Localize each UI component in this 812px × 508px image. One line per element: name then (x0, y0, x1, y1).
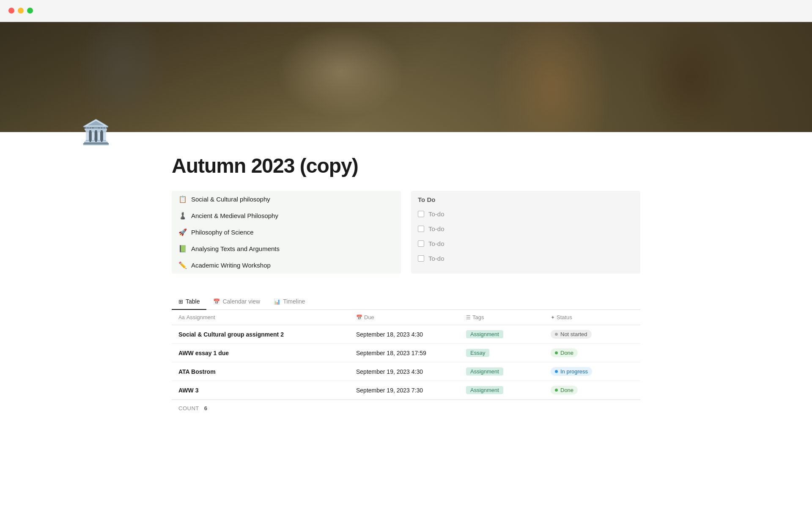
table-header-row: AaAssignment📅Due☰Tags✦Status (172, 310, 640, 325)
assignments-table: AaAssignment📅Due☰Tags✦Status Social & Cu… (172, 310, 640, 400)
cell-tag: Assignment (459, 381, 544, 400)
count-bar: COUNT 6 (172, 400, 640, 417)
course-icon: ✏️ (178, 261, 187, 269)
page-title: Autumn 2023 (copy) (172, 154, 640, 177)
cell-due: September 18, 2023 17:59 (349, 344, 459, 362)
todo-panel: To Do To-do To-do To-do To-do (411, 191, 640, 273)
cell-due: September 19, 2023 4:30 (349, 362, 459, 381)
todo-header: To Do (411, 191, 640, 207)
table-row[interactable]: AWW 3 September 19, 2023 7:30 Assignment… (172, 381, 640, 400)
course-icon: 🚀 (178, 228, 187, 236)
course-label: Analysing Texts and Arguments (191, 245, 280, 252)
window-controls (8, 8, 33, 14)
todo-label: To-do (428, 210, 444, 218)
overview-section: 📋 Social & Cultural philosophy♟️ Ancient… (172, 191, 640, 273)
todo-checkbox[interactable] (418, 226, 424, 232)
status-badge: Done (551, 348, 578, 357)
table-body: Social & Cultural group assignment 2 Sep… (172, 325, 640, 400)
todo-item[interactable]: To-do (411, 236, 640, 251)
cell-status: Done (544, 344, 640, 362)
course-label: Academic Writing Workshop (191, 262, 271, 269)
todo-item[interactable]: To-do (411, 221, 640, 236)
course-item[interactable]: 📋 Social & Cultural philosophy (172, 191, 401, 207)
course-icon: 📋 (178, 195, 187, 203)
count-label: COUNT (178, 405, 199, 411)
status-dot (555, 333, 558, 336)
hero-banner (0, 22, 812, 132)
cell-tag: Assignment (459, 362, 544, 381)
col-header-status[interactable]: ✦Status (544, 310, 640, 325)
status-dot (555, 351, 558, 354)
todo-label: To-do (428, 255, 444, 262)
course-item[interactable]: ♟️ Ancient & Medieval Philosophy (172, 207, 401, 224)
course-icon: 📗 (178, 245, 187, 253)
course-icon: ♟️ (178, 212, 187, 220)
tab-icon: 📊 (274, 298, 280, 305)
course-item[interactable]: 🚀 Philosophy of Science (172, 224, 401, 240)
tab-label: Timeline (283, 298, 305, 305)
close-button[interactable] (8, 8, 14, 14)
col-header-due[interactable]: 📅Due (349, 310, 459, 325)
table-row[interactable]: AWW essay 1 due September 18, 2023 17:59… (172, 344, 640, 362)
page-icon: 🏛️ (81, 120, 111, 144)
status-badge: Done (551, 386, 578, 395)
todo-label: To-do (428, 225, 444, 232)
course-label: Philosophy of Science (191, 229, 254, 236)
cell-name: ATA Bostrom (172, 362, 349, 381)
status-dot (555, 389, 558, 392)
cell-status: In progress (544, 362, 640, 381)
col-icon: ✦ (551, 315, 555, 320)
status-dot (555, 370, 558, 373)
status-badge: Not started (551, 330, 592, 339)
cell-due: September 19, 2023 7:30 (349, 381, 459, 400)
todo-label: To-do (428, 240, 444, 247)
todo-checkbox[interactable] (418, 255, 424, 262)
tag-badge: Assignment (466, 367, 503, 375)
col-icon: ☰ (466, 315, 471, 320)
minimize-button[interactable] (18, 8, 24, 14)
course-item[interactable]: ✏️ Academic Writing Workshop (172, 257, 401, 273)
top-bar (0, 0, 812, 22)
tag-badge: Essay (466, 349, 489, 357)
tab-label: Table (186, 298, 200, 305)
course-label: Ancient & Medieval Philosophy (191, 212, 278, 219)
tabs-bar: ⊞ Table📅 Calendar view📊 Timeline (172, 294, 640, 310)
cell-due: September 18, 2023 4:30 (349, 325, 459, 344)
cell-status: Done (544, 381, 640, 400)
table-row[interactable]: Social & Cultural group assignment 2 Sep… (172, 325, 640, 344)
tag-badge: Assignment (466, 386, 503, 394)
cell-tag: Essay (459, 344, 544, 362)
tab-table[interactable]: ⊞ Table (172, 294, 206, 310)
cell-name: AWW 3 (172, 381, 349, 400)
course-label: Social & Cultural philosophy (191, 196, 270, 203)
tab-timeline[interactable]: 📊 Timeline (267, 294, 312, 310)
tab-icon: 📅 (213, 298, 220, 305)
todo-checkbox[interactable] (418, 211, 424, 217)
todo-item[interactable]: To-do (411, 207, 640, 221)
col-header-tags[interactable]: ☰Tags (459, 310, 544, 325)
todo-checkbox[interactable] (418, 240, 424, 247)
tab-label: Calendar view (222, 298, 260, 305)
tab-calendar-view[interactable]: 📅 Calendar view (206, 294, 267, 310)
col-header-assignment[interactable]: AaAssignment (172, 310, 349, 325)
tag-badge: Assignment (466, 330, 503, 338)
cell-tag: Assignment (459, 325, 544, 344)
tab-icon: ⊞ (178, 298, 183, 305)
todo-item[interactable]: To-do (411, 251, 640, 266)
maximize-button[interactable] (27, 8, 33, 14)
course-item[interactable]: 📗 Analysing Texts and Arguments (172, 240, 401, 257)
col-icon: 📅 (356, 315, 362, 320)
col-icon: Aa (178, 315, 185, 320)
cell-status: Not started (544, 325, 640, 344)
cell-name: Social & Cultural group assignment 2 (172, 325, 349, 344)
cell-name: AWW essay 1 due (172, 344, 349, 362)
table-row[interactable]: ATA Bostrom September 19, 2023 4:30 Assi… (172, 362, 640, 381)
status-badge: In progress (551, 367, 592, 376)
count-value: 6 (204, 405, 208, 411)
course-list: 📋 Social & Cultural philosophy♟️ Ancient… (172, 191, 401, 273)
